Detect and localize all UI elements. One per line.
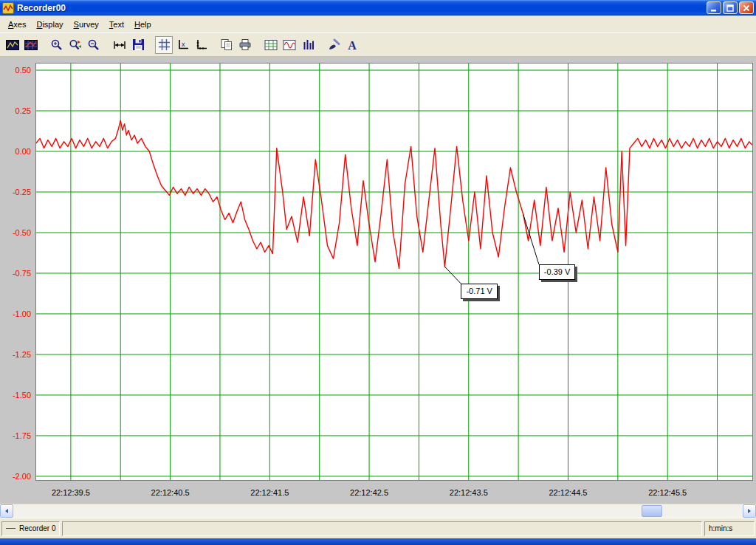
save-icon xyxy=(132,38,145,51)
text-icon: A xyxy=(346,38,359,52)
print-icon xyxy=(238,38,252,51)
toolbar: x xyxy=(0,32,756,57)
zoom-out-button[interactable] xyxy=(85,36,103,54)
legend-panel: Recorder 0 xyxy=(1,521,60,536)
x-tick-label: 22:12:41.5 xyxy=(250,488,289,497)
x-tick-label: 22:12:40.5 xyxy=(151,488,190,497)
y-tick-label: -2.00 xyxy=(13,472,31,481)
print-button[interactable] xyxy=(236,36,254,54)
menu-item-axes[interactable]: Axes xyxy=(3,17,31,32)
legend-label: Recorder 0 xyxy=(19,524,55,532)
signal-trace xyxy=(36,120,752,268)
menu-item-display[interactable]: Display xyxy=(31,17,68,32)
copy-icon xyxy=(220,38,233,51)
maximize-button[interactable] xyxy=(723,1,738,14)
legend-line-sample xyxy=(6,528,16,529)
y-tick-label: -0.25 xyxy=(13,188,31,196)
axis-scale-button[interactable]: x xyxy=(173,36,191,54)
time-unit-panel: h:min:s xyxy=(704,521,755,536)
window-title: Recorder00 xyxy=(17,3,705,13)
y-tick-label: -0.75 xyxy=(13,269,31,278)
minimize-button[interactable] xyxy=(707,1,721,14)
plot-window-icon xyxy=(6,39,19,51)
display-wave-button[interactable] xyxy=(281,36,298,54)
display-bars-icon xyxy=(302,38,315,51)
minimize-icon xyxy=(709,4,718,13)
plot-area[interactable]: -0.71 V-0.39 V xyxy=(35,63,753,481)
x-axis: 22:12:39.522:12:40.522:12:41.522:12:42.5… xyxy=(0,481,756,504)
display-grid-button[interactable] xyxy=(262,36,280,54)
y-tick-label: -1.25 xyxy=(13,350,31,359)
y-tick-label: 0.00 xyxy=(16,147,31,156)
status-bar: Recorder 0 h:min:s xyxy=(0,518,756,538)
time-unit-label: h:min:s xyxy=(709,524,732,532)
copy-button[interactable] xyxy=(218,36,236,54)
autoscale-button[interactable] xyxy=(111,36,128,54)
brush-icon xyxy=(327,38,340,52)
brush-button[interactable] xyxy=(325,36,343,54)
y-tick-label: 0.50 xyxy=(16,66,31,75)
autoscale-icon xyxy=(113,38,126,52)
waveform-plot xyxy=(36,64,752,480)
y-tick-label: -1.75 xyxy=(13,431,31,440)
display-grid-icon xyxy=(264,39,278,51)
grid-icon xyxy=(158,38,171,51)
y-tick-label: -1.50 xyxy=(13,391,31,400)
scroll-left-button[interactable] xyxy=(0,504,13,518)
display-bars-button[interactable] xyxy=(299,36,317,54)
scroll-right-button[interactable] xyxy=(743,504,756,518)
text-button[interactable]: A xyxy=(343,36,361,54)
chart-area: 0.500.250.00-0.25-0.50-0.75-1.00-1.25-1.… xyxy=(0,57,756,481)
x-tick-label: 22:12:44.5 xyxy=(549,488,587,497)
zoom-out-icon xyxy=(87,38,100,52)
zoom-button[interactable] xyxy=(48,36,66,54)
y-tick-label: 0.25 xyxy=(16,106,31,115)
axis-ticks-icon xyxy=(195,38,207,51)
menu-item-help[interactable]: Help xyxy=(129,17,157,32)
plot-window-alt-icon xyxy=(24,39,38,51)
close-button[interactable] xyxy=(739,1,754,14)
title-bar: Recorder00 xyxy=(0,0,756,16)
scrollbar-track[interactable] xyxy=(13,504,743,518)
arrow-right-icon xyxy=(746,508,752,514)
y-tick-label: -0.50 xyxy=(13,228,31,237)
grid-toggle-button[interactable] xyxy=(155,36,173,54)
arrow-left-icon xyxy=(4,508,10,514)
y-axis: 0.500.250.00-0.25-0.50-0.75-1.00-1.25-1.… xyxy=(0,57,35,481)
zoom-window-button[interactable] xyxy=(66,36,84,54)
menu-item-survey[interactable]: Survey xyxy=(69,17,104,32)
y-tick-label: -1.00 xyxy=(13,309,31,318)
recorder-window: { "window": { "title": "Recorder00", "co… xyxy=(0,0,756,545)
value-callout[interactable]: -0.39 V xyxy=(539,264,575,280)
app-icon xyxy=(2,2,14,14)
x-tick-label: 22:12:43.5 xyxy=(450,488,488,497)
svg-text:x: x xyxy=(182,41,185,48)
x-tick-label: 22:12:45.5 xyxy=(648,488,687,497)
zoom-icon xyxy=(50,38,63,52)
axis-scale-icon: x xyxy=(176,38,189,51)
plot-window-alt-button[interactable] xyxy=(22,36,40,54)
x-tick-label: 22:12:39.5 xyxy=(52,488,90,497)
save-button[interactable] xyxy=(129,36,147,54)
value-callout[interactable]: -0.71 V xyxy=(461,284,497,299)
menu-bar: AxesDisplaySurveyTextHelp xyxy=(0,16,756,32)
maximize-icon xyxy=(726,4,735,13)
statusbar-spacer xyxy=(62,521,702,536)
menu-item-text[interactable]: Text xyxy=(104,17,129,32)
close-icon xyxy=(742,4,751,13)
zoom-window-icon xyxy=(69,38,82,52)
display-wave-icon xyxy=(283,39,296,51)
svg-text:A: A xyxy=(348,39,357,52)
horizontal-scrollbar xyxy=(0,504,756,518)
x-tick-label: 22:12:42.5 xyxy=(350,488,388,497)
axis-ticks-button[interactable] xyxy=(192,36,210,54)
scrollbar-thumb[interactable] xyxy=(642,505,662,517)
window-bottom-border xyxy=(0,538,756,545)
plot-window-button[interactable] xyxy=(4,36,21,54)
